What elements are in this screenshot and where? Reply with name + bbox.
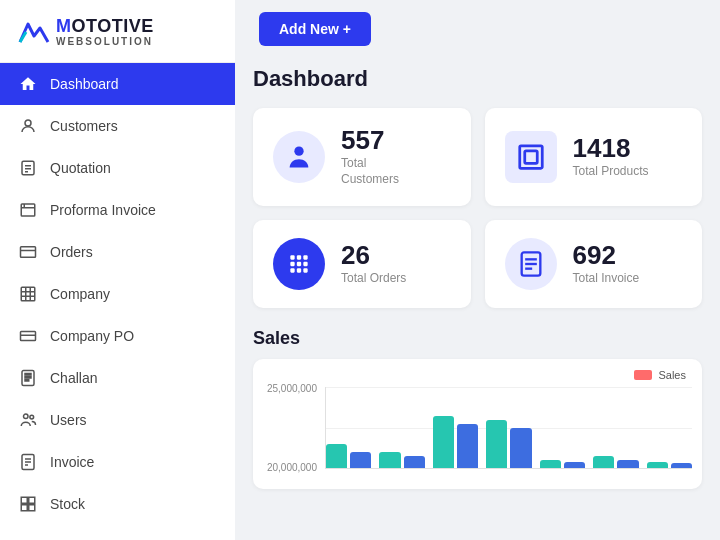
bar-blue-7 bbox=[671, 463, 692, 468]
svg-rect-42 bbox=[297, 262, 301, 266]
chart-col-4 bbox=[486, 387, 531, 468]
chart-legend: Sales bbox=[634, 369, 686, 381]
logo-text: MOTOTIVE WEBSOLUTION bbox=[56, 17, 154, 48]
invoice-number: 692 bbox=[573, 241, 640, 270]
chart-col-5 bbox=[540, 387, 585, 468]
svg-point-22 bbox=[30, 415, 34, 419]
bar-teal-3 bbox=[433, 416, 454, 469]
bar-teal-1 bbox=[326, 444, 347, 468]
logo-bottom-text: WEBSOLUTION bbox=[56, 36, 154, 47]
svg-rect-37 bbox=[524, 151, 537, 164]
bar-blue-3 bbox=[457, 424, 478, 469]
sidebar-label-invoice: Invoice bbox=[50, 454, 94, 470]
company-po-icon bbox=[18, 326, 38, 346]
stat-card-orders: 26 Total Orders bbox=[253, 220, 471, 308]
sidebar-item-orders[interactable]: Orders bbox=[0, 231, 235, 273]
bar-blue-6 bbox=[617, 460, 638, 468]
stat-info-orders: 26 Total Orders bbox=[341, 241, 406, 286]
invoice-icon bbox=[18, 452, 38, 472]
svg-point-21 bbox=[24, 414, 29, 419]
sidebar-label-users: Users bbox=[50, 412, 87, 428]
svg-rect-18 bbox=[25, 374, 31, 376]
sidebar-label-dashboard: Dashboard bbox=[50, 76, 119, 92]
svg-rect-19 bbox=[25, 377, 31, 379]
svg-rect-38 bbox=[290, 256, 294, 260]
bar-blue-4 bbox=[510, 428, 531, 469]
customers-label: TotalCustomers bbox=[341, 155, 399, 189]
page-title: Dashboard bbox=[253, 66, 702, 92]
add-new-button[interactable]: Add New + bbox=[259, 12, 371, 46]
svg-rect-44 bbox=[290, 269, 294, 273]
sidebar-item-customers[interactable]: Customers bbox=[0, 105, 235, 147]
sidebar: MOTOTIVE WEBSOLUTION Dashboard Customers… bbox=[0, 0, 235, 540]
stat-card-products: 1418 Total Products bbox=[485, 108, 703, 206]
stat-info-customers: 557 TotalCustomers bbox=[341, 126, 399, 188]
svg-rect-27 bbox=[21, 497, 27, 503]
svg-rect-8 bbox=[21, 247, 36, 258]
sidebar-label-stock: Stock bbox=[50, 496, 85, 512]
logo-m: M bbox=[56, 16, 72, 36]
logo-icon bbox=[16, 14, 52, 50]
sidebar-item-company-po[interactable]: Company PO bbox=[0, 315, 235, 357]
sidebar-label-challan: Challan bbox=[50, 370, 97, 386]
sidebar-item-challan[interactable]: Challan bbox=[0, 357, 235, 399]
sidebar-label-proforma-invoice: Proforma Invoice bbox=[50, 202, 156, 218]
y-label-high: 25,000,000 bbox=[267, 383, 317, 394]
orders-number: 26 bbox=[341, 241, 406, 270]
sidebar-item-payment[interactable]: Payment bbox=[0, 525, 235, 540]
stock-icon bbox=[18, 494, 38, 514]
chart-col-3 bbox=[433, 387, 478, 468]
svg-rect-10 bbox=[21, 287, 35, 301]
invoice-label: Total Invoice bbox=[573, 270, 640, 287]
stat-icon-customers bbox=[273, 131, 325, 183]
legend-sales-label: Sales bbox=[658, 369, 686, 381]
home-icon bbox=[18, 74, 38, 94]
sidebar-item-company[interactable]: Company bbox=[0, 273, 235, 315]
svg-rect-41 bbox=[290, 262, 294, 266]
svg-rect-46 bbox=[303, 269, 307, 273]
bar-teal-4 bbox=[486, 420, 507, 469]
proforma-invoice-icon bbox=[18, 200, 38, 220]
sidebar-item-proforma-invoice[interactable]: Proforma Invoice bbox=[0, 189, 235, 231]
svg-rect-30 bbox=[29, 505, 35, 511]
sidebar-item-users[interactable]: Users bbox=[0, 399, 235, 441]
challan-icon bbox=[18, 368, 38, 388]
svg-rect-43 bbox=[303, 262, 307, 266]
bar-teal-2 bbox=[379, 452, 400, 468]
quotation-icon bbox=[18, 158, 38, 178]
stats-grid: 557 TotalCustomers 1418 Total Products bbox=[253, 108, 702, 308]
sidebar-label-customers: Customers bbox=[50, 118, 118, 134]
svg-rect-5 bbox=[21, 204, 35, 216]
chart-bars-area bbox=[325, 387, 692, 469]
sales-section: Sales Sales 25,000,000 20,000,000 bbox=[253, 328, 702, 489]
chart-col-1 bbox=[326, 387, 371, 468]
bar-teal-6 bbox=[593, 456, 614, 468]
stat-icon-invoice bbox=[505, 238, 557, 290]
users-icon bbox=[18, 410, 38, 430]
customers-icon bbox=[18, 116, 38, 136]
sidebar-label-company: Company bbox=[50, 286, 110, 302]
y-label-low: 20,000,000 bbox=[267, 462, 317, 473]
sidebar-item-invoice[interactable]: Invoice bbox=[0, 441, 235, 483]
sales-chart: Sales 25,000,000 20,000,000 bbox=[253, 359, 702, 489]
stat-icon-orders bbox=[273, 238, 325, 290]
products-label: Total Products bbox=[573, 163, 649, 180]
chart-col-6 bbox=[593, 387, 638, 468]
invoice-lines-icon bbox=[517, 250, 545, 278]
svg-rect-45 bbox=[297, 269, 301, 273]
sidebar-item-stock[interactable]: Stock bbox=[0, 483, 235, 525]
svg-rect-20 bbox=[25, 380, 29, 382]
content-area: Dashboard 557 TotalCustomers bbox=[235, 58, 720, 540]
sidebar-label-orders: Orders bbox=[50, 244, 93, 260]
logo-area: MOTOTIVE WEBSOLUTION bbox=[0, 0, 235, 63]
svg-rect-40 bbox=[303, 256, 307, 260]
company-icon bbox=[18, 284, 38, 304]
sidebar-item-quotation[interactable]: Quotation bbox=[0, 147, 235, 189]
sidebar-label-quotation: Quotation bbox=[50, 160, 111, 176]
chart-col-2 bbox=[379, 387, 424, 468]
sidebar-item-dashboard[interactable]: Dashboard bbox=[0, 63, 235, 105]
stat-info-invoice: 692 Total Invoice bbox=[573, 241, 640, 286]
stat-card-invoice: 692 Total Invoice bbox=[485, 220, 703, 308]
stat-info-products: 1418 Total Products bbox=[573, 134, 649, 179]
product-box-icon bbox=[516, 142, 546, 172]
